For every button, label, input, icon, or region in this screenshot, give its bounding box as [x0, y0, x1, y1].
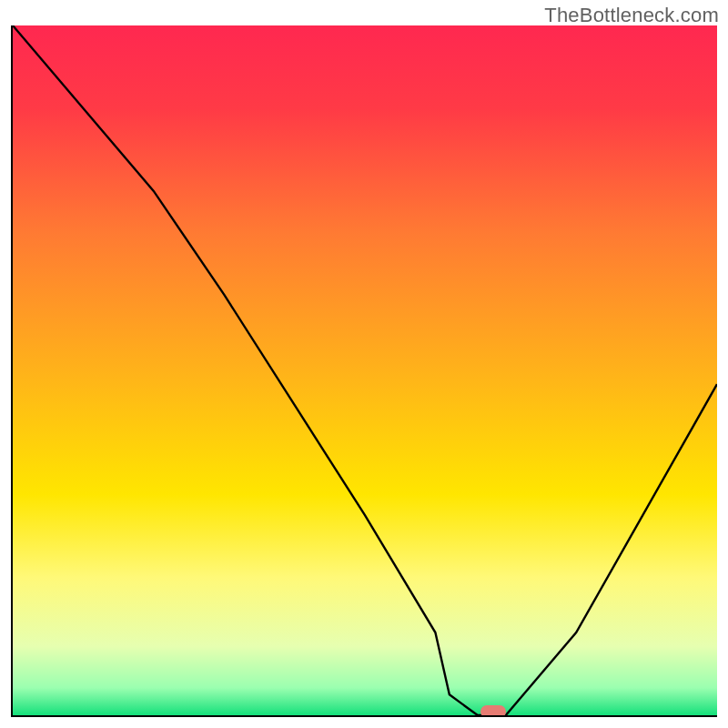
bottleneck-curve-path	[13, 25, 717, 715]
optimal-marker	[480, 705, 506, 717]
plot-area	[11, 25, 717, 717]
watermark-text: TheBottleneck.com	[544, 4, 719, 27]
line-series	[13, 25, 717, 715]
chart-stage: TheBottleneck.com	[0, 0, 728, 728]
